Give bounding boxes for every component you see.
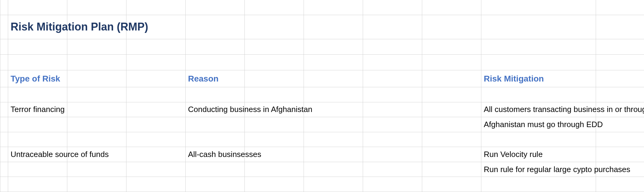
cell[interactable] [596,55,644,70]
cell[interactable] [481,39,596,55]
cell[interactable] [245,177,304,192]
cell[interactable] [481,87,596,102]
cell[interactable] [363,132,422,147]
cell[interactable] [363,70,422,87]
cell[interactable] [422,70,481,87]
cell[interactable] [422,55,481,70]
cell[interactable] [596,15,644,39]
cell-reason[interactable]: Conducting business in Afghanistan [186,102,245,117]
cell[interactable] [67,117,126,132]
cell[interactable] [596,147,644,162]
cell[interactable] [304,55,363,70]
cell[interactable] [304,39,363,55]
cell[interactable] [0,147,8,162]
cell[interactable] [126,177,186,192]
cell[interactable] [67,87,126,102]
cell[interactable] [363,102,422,117]
cell[interactable] [0,39,8,55]
cell[interactable] [363,162,422,177]
cell[interactable] [363,117,422,132]
cell[interactable] [304,147,363,162]
cell[interactable] [0,70,8,87]
cell[interactable] [422,39,481,55]
cell[interactable] [8,117,67,132]
cell[interactable] [422,177,481,192]
column-header-type[interactable]: Type of Risk [8,70,67,87]
cell-mitigation[interactable]: Afghanistan must go through EDD [481,117,596,132]
cell[interactable] [126,70,186,87]
cell[interactable] [363,87,422,102]
cell[interactable] [8,132,67,147]
cell[interactable] [304,117,363,132]
cell[interactable] [422,132,481,147]
cell[interactable] [245,15,304,39]
cell[interactable] [304,0,363,15]
cell[interactable] [67,55,126,70]
cell[interactable] [481,15,596,39]
cell[interactable] [422,15,481,39]
table-row[interactable]: Untraceable source of funds All-cash bus… [0,147,644,162]
cell[interactable] [304,162,363,177]
cell[interactable] [0,102,8,117]
cell[interactable] [245,162,304,177]
cell[interactable] [8,55,67,70]
cell[interactable] [0,132,8,147]
cell[interactable] [422,147,481,162]
cell[interactable] [422,87,481,102]
cell-mitigation[interactable]: Run Velocity rule [481,147,596,162]
cell[interactable] [245,132,304,147]
cell[interactable] [0,117,8,132]
cell[interactable] [67,102,126,117]
cell[interactable] [363,15,422,39]
cell-reason[interactable]: All-cash businsesses [186,147,245,162]
cell[interactable] [67,132,126,147]
cell[interactable] [67,162,126,177]
cell[interactable] [363,0,422,15]
cell[interactable] [67,0,126,15]
cell[interactable] [481,55,596,70]
cell[interactable] [186,162,245,177]
cell[interactable] [0,162,8,177]
cell[interactable] [186,55,245,70]
cell[interactable] [596,39,644,55]
cell[interactable] [126,162,186,177]
cell[interactable] [67,39,126,55]
cell[interactable] [126,132,186,147]
cell[interactable] [67,177,126,192]
cell[interactable] [186,132,245,147]
cell[interactable] [481,0,596,15]
cell[interactable] [126,55,186,70]
cell-type[interactable]: Terror financing [8,102,67,117]
cell[interactable] [0,15,8,39]
cell[interactable] [126,102,186,117]
cell[interactable] [0,0,8,15]
cell[interactable] [186,177,245,192]
cell[interactable] [596,0,644,15]
column-header-reason[interactable]: Reason [186,70,245,87]
cell[interactable] [304,102,363,117]
document-title[interactable]: Risk Mitigation Plan (RMP) [8,15,67,39]
cell[interactable] [126,87,186,102]
cell[interactable] [596,70,644,87]
table-row[interactable]: Run rule for regular large cypto purchas… [0,162,644,177]
cell[interactable] [422,117,481,132]
table-row[interactable]: Terror financing Conducting business in … [0,102,644,117]
cell[interactable] [126,0,186,15]
cell[interactable] [363,147,422,162]
cell[interactable] [0,87,8,102]
cell[interactable] [245,0,304,15]
cell[interactable] [304,177,363,192]
cell[interactable] [8,39,67,55]
cell-type[interactable]: Untraceable source of funds [8,147,67,162]
cell[interactable] [186,15,245,39]
cell[interactable] [363,177,422,192]
cell[interactable] [245,117,304,132]
cell[interactable] [245,70,304,87]
cell[interactable] [596,177,644,192]
cell[interactable] [186,87,245,102]
table-row[interactable]: Afghanistan must go through EDD [0,117,644,132]
cell[interactable] [126,117,186,132]
cell[interactable] [596,117,644,132]
cell[interactable] [0,177,8,192]
cell[interactable] [245,55,304,70]
